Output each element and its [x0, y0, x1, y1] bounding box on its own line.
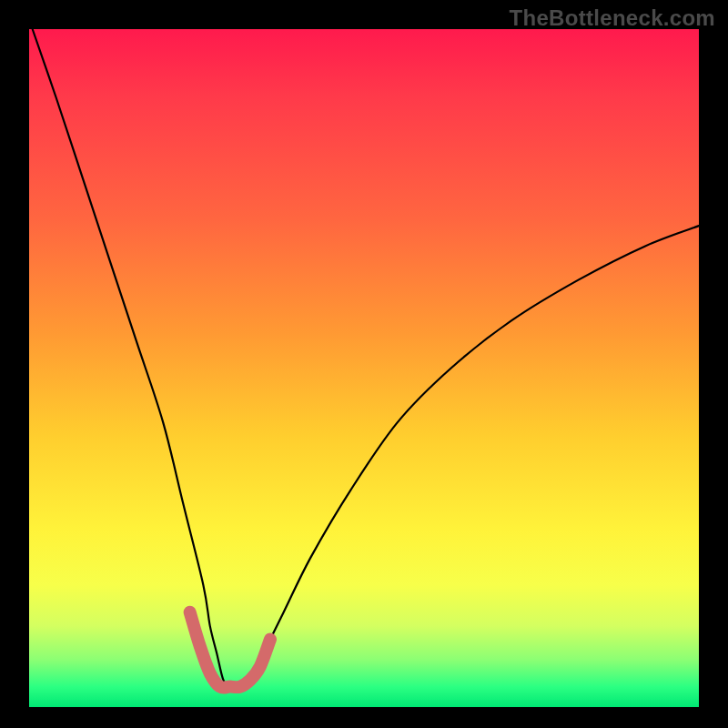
frame: TheBottleneck.com: [0, 0, 728, 728]
watermark-text: TheBottleneck.com: [510, 5, 715, 31]
gradient-plot-area: [29, 29, 699, 707]
highlight-segment: [190, 612, 270, 688]
curve-layer: [29, 29, 699, 707]
bottleneck-curve: [33, 29, 699, 688]
